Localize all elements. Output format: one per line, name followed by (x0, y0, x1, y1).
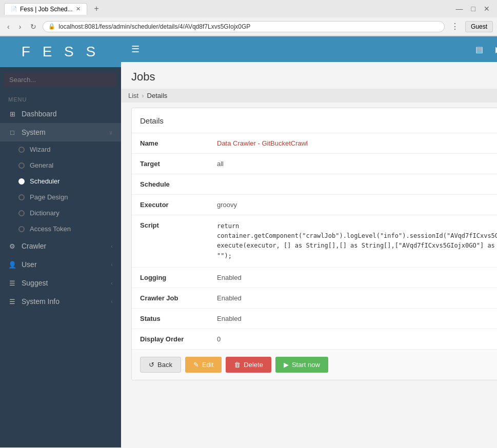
field-value-schedule (217, 180, 497, 188)
detail-row-target: Target all (132, 154, 497, 174)
topbar-icons: ▤ ▶ ? → (470, 40, 497, 58)
sub-icon (18, 210, 25, 216)
field-label-status: Status (140, 315, 217, 322)
breadcrumb: List › Details (121, 89, 497, 103)
maximize-button[interactable]: □ (468, 3, 479, 15)
new-tab-button[interactable]: + (90, 2, 103, 15)
sub-icon (18, 162, 25, 169)
sidebar-item-crawler[interactable]: ⚙ Crawler ‹ (0, 237, 121, 255)
start-now-button-label: Start now (292, 361, 320, 369)
browser-chrome: 📄 Fess | Job Sched... ✕ + — □ ✕ ‹ › ↻ 🔒 … (0, 0, 497, 36)
topbar: ☰ ▤ ▶ ? → (121, 36, 497, 62)
guest-button[interactable]: Guest (465, 21, 493, 32)
back-nav-button[interactable]: ‹ (4, 21, 13, 33)
sidebar-search-container (0, 67, 121, 92)
field-value-status: Enabled (217, 315, 497, 322)
card-body: Name Data Crawler - GitBucketCrawl Targe… (132, 133, 497, 349)
edit-button[interactable]: ✎ Edit (185, 357, 222, 373)
forward-nav-button[interactable]: › (16, 21, 25, 33)
field-value-crawler-job: Enabled (217, 294, 497, 302)
breadcrumb-list-link[interactable]: List (128, 92, 138, 99)
main-area: ☰ ▤ ▶ ? → Jobs List › Details Details (121, 36, 497, 447)
crawler-icon: ⚙ (8, 242, 16, 250)
tab-favicon: 📄 (11, 6, 17, 12)
sidebar-sub-item-scheduler[interactable]: Scheduler (0, 173, 121, 189)
play-icon[interactable]: ▶ (490, 40, 497, 58)
sidebar-sub-item-page-design[interactable]: Page Design (0, 189, 121, 205)
breadcrumb-separator: › (142, 92, 144, 99)
delete-button[interactable]: 🗑 Delete (226, 357, 271, 373)
field-value-display-order: 0 (217, 335, 497, 343)
detail-row-status: Status Enabled (132, 309, 497, 329)
field-value-name[interactable]: Data Crawler - GitBucketCrawl (217, 139, 497, 147)
sub-icon-active (18, 178, 25, 185)
back-button[interactable]: ↺ Back (140, 357, 181, 373)
start-now-button[interactable]: ▶ Start now (275, 357, 328, 373)
sidebar-item-suggest[interactable]: ☰ Suggest ‹ (0, 274, 121, 292)
sidebar-item-label: Dashboard (22, 110, 113, 118)
sub-icon (18, 226, 25, 232)
system-icon: □ (8, 129, 16, 136)
grid-icon[interactable]: ▤ (470, 40, 488, 58)
card-footer: ↺ Back ✎ Edit 🗑 Delete ▶ Start now (132, 349, 497, 380)
search-input[interactable] (4, 72, 117, 87)
detail-row-schedule: Schedule (132, 174, 497, 195)
reload-button[interactable]: ↻ (27, 21, 39, 33)
sub-icon (18, 147, 25, 153)
sidebar-sub-item-wizard[interactable]: Wizard (0, 141, 121, 157)
chevron-left-icon: ‹ (111, 298, 113, 304)
field-value-target: all (217, 160, 497, 168)
chevron-left-icon: ‹ (111, 280, 113, 286)
tab-title: Fess | Job Sched... (20, 6, 73, 13)
browser-nav: ‹ › ↻ 🔒 localhost:8081/fess/admin/schedu… (0, 17, 497, 36)
detail-row-name: Name Data Crawler - GitBucketCrawl (132, 133, 497, 154)
chevron-left-icon: ‹ (111, 243, 113, 249)
field-label-logging: Logging (140, 274, 217, 281)
field-value-logging: Enabled (217, 274, 497, 281)
sidebar-sub-label: Access Token (30, 225, 71, 233)
browser-titlebar: 📄 Fess | Job Sched... ✕ + — □ ✕ (0, 0, 497, 17)
field-value-script: returncontainer.getComponent("crawlJob")… (217, 221, 497, 261)
sidebar-sub-label: Scheduler (30, 177, 60, 185)
sidebar-item-label: System (22, 128, 104, 136)
play-icon: ▶ (284, 361, 289, 369)
edit-icon: ✎ (193, 361, 199, 369)
card-header: Details ☰ List (132, 108, 497, 133)
sidebar-item-label: System Info (22, 297, 106, 306)
detail-row-crawler-job: Crawler Job Enabled (132, 288, 497, 309)
sidebar-item-system-info[interactable]: ☰ System Info ‹ (0, 292, 121, 311)
sidebar-item-label: User (22, 260, 106, 269)
main-content: Jobs List › Details Details ☰ List Name (121, 62, 497, 447)
field-label-crawler-job: Crawler Job (140, 294, 217, 302)
field-label-display-order: Display Order (140, 335, 217, 343)
field-label-name: Name (140, 139, 217, 147)
field-label-schedule: Schedule (140, 180, 217, 188)
details-card: Details ☰ List Name Data Crawler - GitBu… (131, 108, 497, 380)
sidebar-item-system[interactable]: □ System ∨ (0, 123, 121, 141)
hamburger-icon[interactable]: ☰ (131, 44, 140, 55)
main-header: Jobs (121, 62, 497, 89)
sidebar-sub-item-dictionary[interactable]: Dictionary (0, 205, 121, 221)
sidebar-sub-item-access-token[interactable]: Access Token (0, 221, 121, 237)
back-icon: ↺ (149, 361, 154, 369)
browser-tab[interactable]: 📄 Fess | Job Sched... ✕ (4, 3, 87, 15)
suggest-icon: ☰ (8, 279, 16, 287)
sidebar-sub-item-general[interactable]: General (0, 157, 121, 173)
back-button-label: Back (157, 361, 172, 369)
chevron-left-icon: ‹ (111, 261, 113, 268)
breadcrumb-current: Details (147, 92, 168, 99)
system-info-icon: ☰ (8, 298, 16, 306)
address-bar[interactable]: 🔒 localhost:8081/fess/admin/scheduler/de… (43, 21, 445, 32)
detail-row-script: Script returncontainer.getComponent("cra… (132, 215, 497, 268)
detail-row-display-order: Display Order 0 (132, 329, 497, 349)
sidebar-item-dashboard[interactable]: ⊞ Dashboard (0, 105, 121, 123)
tab-close-button[interactable]: ✕ (76, 6, 81, 12)
lock-icon: 🔒 (48, 23, 55, 30)
close-browser-button[interactable]: ✕ (481, 3, 493, 15)
minimize-button[interactable]: — (453, 3, 466, 15)
sidebar-sub-label: General (30, 161, 53, 169)
trash-icon: 🗑 (234, 361, 241, 369)
sidebar-item-user[interactable]: 👤 User ‹ (0, 255, 121, 274)
page-title: Jobs (131, 70, 497, 84)
browser-more-button[interactable]: ⋮ (448, 19, 462, 33)
